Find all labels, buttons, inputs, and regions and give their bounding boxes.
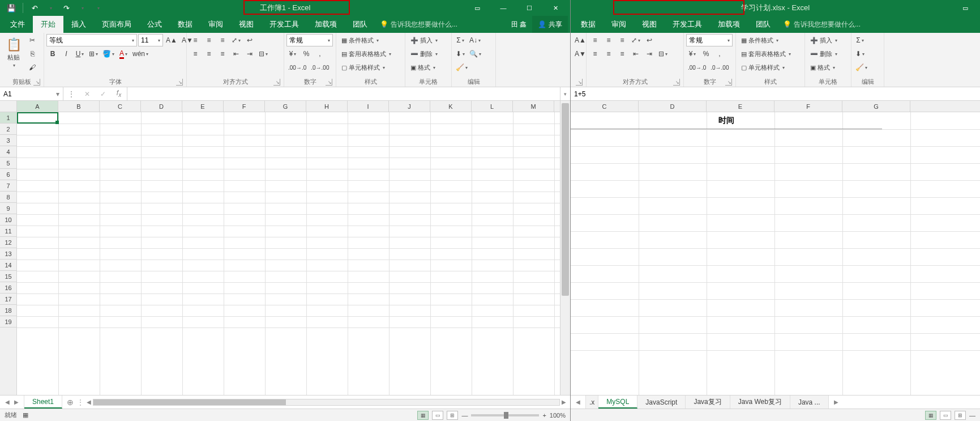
autosum-button[interactable]: Σ▾ (454, 34, 467, 46)
tab-team[interactable]: 团队 (345, 16, 375, 33)
underline-button[interactable]: U▾ (74, 48, 86, 60)
tab-insert[interactable]: 插入 (63, 16, 94, 33)
col-header[interactable]: M (513, 101, 554, 112)
col-header[interactable]: C (100, 101, 141, 112)
number-launcher[interactable]: ↘ (326, 79, 332, 86)
insert-cells-button[interactable]: ➕插入▾ (408, 34, 440, 46)
sort-filter-button[interactable]: A↓▾ (468, 34, 482, 46)
row-header[interactable]: 8 (0, 192, 16, 203)
border-button[interactable]: ⊞▾ (87, 48, 100, 60)
format-as-table-button[interactable]: ▤套用表格格式▾ (738, 48, 794, 60)
sheet-tab-java-web[interactable]: Java Web复习 (730, 396, 790, 409)
increase-indent-button[interactable]: ⇥ (243, 48, 256, 60)
row-header[interactable]: 11 (0, 226, 16, 237)
format-painter-button[interactable]: 🖌 (26, 61, 38, 74)
formula-input[interactable]: 1+5 (571, 87, 980, 100)
increase-font-button[interactable]: A▲ (164, 34, 179, 46)
tab-data[interactable]: 数据 (573, 16, 604, 33)
col-header[interactable]: I (348, 101, 389, 112)
row-header[interactable]: 17 (0, 294, 16, 305)
font-launcher[interactable]: ↘ (176, 79, 183, 86)
col-header[interactable]: C (571, 101, 639, 112)
row-header[interactable]: 5 (0, 158, 16, 169)
spreadsheet-grid[interactable]: 12345678910111213141516171819 ABCDEFGHIJ… (0, 101, 570, 395)
percent-button[interactable]: % (300, 48, 313, 60)
name-box[interactable]: A1▾ (0, 87, 63, 100)
decrease-decimal-button[interactable]: .0→.00 (309, 61, 331, 74)
tab-formulas[interactable]: 公式 (139, 16, 170, 33)
new-sheet-button[interactable]: ⊕ (62, 396, 78, 409)
align-launcher[interactable]: ↘ (673, 79, 680, 86)
dropdown-button[interactable]: ⋮ (63, 87, 79, 100)
align-middle-button[interactable]: ≡ (203, 34, 215, 46)
align-left-button[interactable]: ≡ (189, 48, 202, 60)
increase-decimal-button[interactable]: .00→.0 (686, 61, 708, 74)
increase-font-button[interactable]: A▲ (573, 34, 588, 46)
ribbon-options-button[interactable]: ▭ (465, 0, 490, 16)
macro-icon[interactable]: ▦ (23, 411, 28, 419)
row-header[interactable]: 10 (0, 214, 16, 226)
row-header[interactable]: 19 (0, 316, 16, 328)
paste-button[interactable]: 📋粘贴▾ (2, 34, 25, 71)
minimize-button[interactable]: — (491, 0, 516, 16)
tab-addins[interactable]: 加载项 (710, 16, 748, 33)
merge-button[interactable]: ⊟▾ (257, 48, 269, 60)
wrap-text-button[interactable]: ↩ (643, 34, 656, 46)
cancel-button[interactable]: ✕ (79, 87, 95, 100)
currency-button[interactable]: ¥▾ (686, 48, 699, 60)
row-header[interactable]: 4 (0, 146, 16, 158)
delete-cells-button[interactable]: ➖删除▾ (408, 48, 440, 60)
cell-styles-button[interactable]: ▢单元格样式▾ (738, 61, 788, 74)
increase-decimal-button[interactable]: .00→.0 (286, 61, 308, 74)
align-top-button[interactable]: ≡ (589, 34, 601, 46)
row-header[interactable]: 16 (0, 282, 16, 294)
col-header[interactable]: E (182, 101, 224, 112)
col-header[interactable]: F (224, 101, 265, 112)
conditional-format-button[interactable]: ▦条件格式▾ (339, 34, 382, 46)
tab-developer[interactable]: 开发工具 (262, 16, 307, 33)
page-layout-view-button[interactable]: ▭ (940, 411, 951, 420)
find-button[interactable]: 🔍▾ (468, 48, 483, 60)
zoom-out-button[interactable]: — (969, 412, 975, 419)
sheet-tab-java-review[interactable]: Java复习 (686, 396, 730, 409)
share-button[interactable]: 👤共享 (532, 16, 568, 33)
zoom-in-button[interactable]: + (542, 412, 546, 419)
col-header[interactable]: L (472, 101, 513, 112)
row-header[interactable]: 3 (0, 135, 16, 146)
tab-developer[interactable]: 开发工具 (665, 16, 710, 33)
font-launcher[interactable]: ↘ (576, 79, 583, 86)
row-header[interactable]: 2 (0, 124, 16, 135)
fill-button[interactable]: ⬇▾ (854, 48, 866, 60)
delete-cells-button[interactable]: ➖删除▾ (807, 48, 840, 60)
ribbon-options-button[interactable]: ▭ (953, 0, 978, 16)
spreadsheet-grid[interactable]: CDEFG 时间 (571, 101, 980, 395)
decrease-indent-button[interactable]: ⇤ (230, 48, 242, 60)
zoom-level[interactable]: 100% (550, 412, 566, 419)
col-header[interactable]: A (17, 101, 58, 112)
conditional-format-button[interactable]: ▦条件格式▾ (738, 34, 781, 46)
font-name-combo[interactable]: 等线▾ (46, 34, 137, 46)
autosum-button[interactable]: Σ▾ (854, 34, 866, 46)
number-format-combo[interactable]: 常规▾ (286, 34, 333, 46)
clipboard-launcher[interactable]: ↘ (33, 79, 40, 86)
sheet-tab-sheet1[interactable]: Sheet1 (24, 396, 62, 409)
col-header[interactable]: D (639, 101, 707, 112)
fill-button[interactable]: ⬇▾ (454, 48, 467, 60)
comma-button[interactable]: , (713, 48, 726, 60)
align-bottom-button[interactable]: ≡ (216, 34, 229, 46)
sheet-tab-java-more[interactable]: Java ... (790, 396, 829, 409)
page-break-view-button[interactable]: ⊞ (955, 411, 966, 420)
sheet-tab-javascript[interactable]: JavaScript (637, 396, 686, 409)
wrap-text-button[interactable]: ↩ (243, 34, 256, 46)
insert-cells-button[interactable]: ➕插入▾ (807, 34, 840, 46)
bold-button[interactable]: B (46, 48, 59, 60)
zoom-slider[interactable] (471, 414, 539, 416)
merge-button[interactable]: ⊟▾ (657, 48, 669, 60)
select-all-corner[interactable] (0, 101, 16, 112)
undo-button[interactable]: ↶ (28, 1, 41, 15)
col-header[interactable]: J (389, 101, 430, 112)
tab-team[interactable]: 团队 (748, 16, 778, 33)
tab-view[interactable]: 视图 (231, 16, 262, 33)
cell-styles-button[interactable]: ▢单元格样式▾ (339, 61, 388, 74)
zoom-out-button[interactable]: — (461, 412, 468, 419)
